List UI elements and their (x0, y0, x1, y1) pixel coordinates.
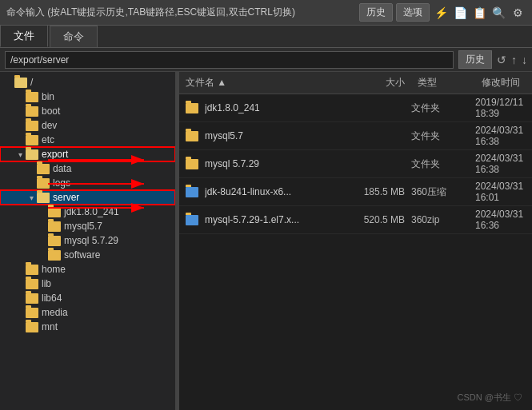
tree-item-label: mysql5.7 (64, 221, 102, 232)
folder-icon (26, 149, 38, 160)
table-row[interactable]: mysql-5.7.29-1.el7.x...520.5 MB360zip202… (179, 206, 532, 234)
history-button[interactable]: 历史 (359, 3, 393, 22)
file-name-text: jdk-8u241-linux-x6... (205, 186, 291, 197)
file-modified-col: 2024/03/31 16:01 (475, 181, 532, 203)
title-bar-buttons: 历史 选项 ⚡ 📄 📋 🔍 ⚙ (359, 3, 526, 22)
folder-icon (37, 178, 50, 189)
file-type-col: 360zip (411, 214, 475, 225)
tree-item[interactable]: dev (0, 118, 175, 133)
file-name-text: jdk1.8.0_241 (205, 102, 260, 113)
tree-arrow-icon: ▾ (26, 193, 37, 202)
table-row[interactable]: jdk-8u241-linux-x6...185.5 MB360压缩2024/0… (179, 178, 532, 206)
tree-item[interactable]: lib (0, 277, 175, 291)
folder-icon (26, 279, 38, 289)
paste-icon[interactable]: 📋 (471, 5, 487, 21)
file-name-col: mysql5.7 (179, 130, 339, 141)
tree-item[interactable]: etc (0, 133, 175, 147)
addr-history-button[interactable]: 历史 (458, 50, 492, 69)
tree-item[interactable]: mysql5.7 (0, 219, 175, 233)
table-row[interactable]: mysql5.7文件夹2024/03/31 16:38 (179, 122, 532, 150)
file-name-text: mysql 5.7.29 (205, 158, 259, 169)
tree-item[interactable]: home (0, 262, 175, 277)
file-list-body: jdk1.8.0_241文件夹2019/12/11 18:39mysql5.7文… (179, 94, 532, 410)
copy-icon[interactable]: 📄 (452, 5, 468, 21)
folder-icon (48, 207, 61, 217)
file-modified-col: 2024/03/31 16:38 (475, 153, 532, 175)
gear-icon[interactable]: ⚙ (510, 5, 526, 21)
tree-item[interactable]: mnt (0, 320, 175, 334)
tree-item[interactable]: lib64 (0, 291, 175, 305)
address-input[interactable] (5, 51, 454, 69)
down-icon[interactable]: ↓ (522, 54, 527, 66)
address-bar: 历史 ↺ ↑ ↓ (0, 48, 532, 72)
tree-item-label: export (42, 149, 68, 160)
tree-item[interactable]: jdk1.8.0_241 (0, 205, 175, 219)
tree-item-label: boot (42, 105, 60, 117)
file-list: 文件名 ▲ 大小 类型 修改时间 jdk1.8.0_241文件夹2019/12/… (179, 72, 532, 410)
tree-item-label: lib64 (42, 293, 62, 304)
file-name-col: jdk1.8.0_241 (179, 102, 339, 113)
col-header-size[interactable]: 大小 (339, 74, 411, 91)
file-size-col: 185.5 MB (339, 186, 411, 197)
col-header-type[interactable]: 类型 (411, 74, 475, 91)
table-row[interactable]: jdk1.8.0_241文件夹2019/12/11 18:39 (179, 94, 532, 122)
tree-item-label: media (42, 307, 68, 318)
file-name-text: mysql5.7 (205, 130, 243, 141)
tree-item-label: bin (42, 91, 54, 102)
tree-item-label: mysql 5.7.29 (64, 235, 118, 246)
col-header-name[interactable]: 文件名 ▲ (179, 74, 339, 91)
folder-icon (186, 159, 198, 169)
file-size-col: 520.5 MB (339, 214, 411, 225)
folder-icon (48, 221, 61, 232)
folder-icon (26, 92, 38, 102)
folder-icon (26, 135, 38, 145)
main-content: /binbootdevetc▾exportdatalogs▾serverjdk1… (0, 72, 532, 410)
folder-icon (186, 131, 198, 141)
folder-icon (48, 250, 61, 261)
tree-item[interactable]: mysql 5.7.29 (0, 233, 175, 248)
file-modified-col: 2019/12/11 18:39 (475, 97, 532, 119)
search-icon[interactable]: 🔍 (490, 5, 506, 21)
file-name-text: mysql-5.7.29-1.el7.x... (205, 214, 299, 225)
up-icon[interactable]: ↑ (511, 54, 517, 66)
tab-files[interactable]: 文件 (0, 25, 48, 47)
file-name-col: mysql 5.7.29 (179, 158, 339, 169)
col-header-modified[interactable]: 修改时间 (475, 74, 532, 91)
tree-item-label: lib (42, 278, 51, 289)
folder-icon (48, 236, 61, 246)
options-button[interactable]: 选项 (396, 3, 430, 22)
tree-arrow-icon: ▾ (14, 150, 26, 159)
tree-item-label: data (53, 163, 71, 174)
folder-icon (26, 322, 38, 332)
tree-item[interactable]: data (0, 161, 175, 176)
file-modified-col: 2024/03/31 16:36 (475, 209, 532, 231)
tree-item[interactable]: bin (0, 90, 175, 104)
refresh-icon[interactable]: ↺ (497, 54, 506, 66)
tree-item[interactable]: media (0, 305, 175, 320)
tree-item-label: software (64, 249, 100, 261)
tree-item-label: server (53, 192, 79, 203)
file-type-col: 文件夹 (411, 157, 475, 171)
tree-item[interactable]: / (0, 75, 175, 90)
tree-item-label: etc (42, 134, 54, 145)
folder-icon (186, 103, 198, 113)
tree-item[interactable]: boot (0, 104, 175, 118)
tree-item[interactable]: ▾server (0, 190, 175, 205)
tree-item-label: / (30, 77, 33, 88)
tab-commands[interactable]: 命令 (50, 26, 98, 47)
file-tree: /binbootdevetc▾exportdatalogs▾serverjdk1… (0, 72, 176, 410)
file-icon (186, 187, 198, 197)
folder-icon (26, 121, 38, 131)
tree-item[interactable]: ▾export (0, 147, 175, 161)
file-type-col: 360压缩 (411, 185, 475, 199)
tree-item-label: home (42, 264, 66, 275)
tree-item[interactable]: software (0, 248, 175, 262)
file-modified-col: 2024/03/31 16:38 (475, 125, 532, 147)
tree-item[interactable]: logs (0, 176, 175, 190)
bolt-icon[interactable]: ⚡ (433, 5, 449, 21)
table-row[interactable]: mysql 5.7.29文件夹2024/03/31 16:38 (179, 150, 532, 178)
title-bar: 命令输入 (按ALT键提示历史,TAB键路径,ESC键返回,双击CTRL切换) … (0, 0, 532, 26)
tree-item-label: mnt (42, 321, 58, 332)
folder-icon (37, 193, 50, 203)
folder-icon (37, 164, 50, 174)
